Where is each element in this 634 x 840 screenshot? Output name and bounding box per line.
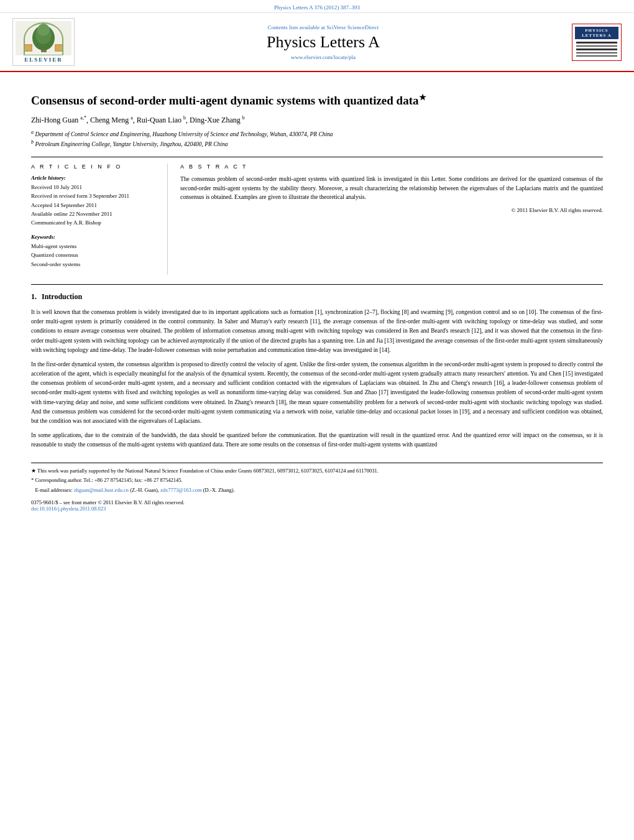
footer-doi: doi:10.1016/j.physleta.2011.08.023 (31, 505, 603, 512)
history-communicated: Communicated by A.R. Bishop (31, 218, 158, 227)
intro-number: 1. (31, 292, 37, 301)
abstract-header: A B S T R A C T (180, 164, 603, 170)
keywords-title: Keywords: (31, 234, 158, 240)
history-revised: Received in revised form 3 September 201… (31, 192, 158, 200)
authors: Zhi-Hong Guan a,*, Cheng Meng a, Rui-Qua… (31, 115, 603, 125)
svg-point-3 (37, 24, 50, 36)
footnote-asterisk-symbol: * (31, 477, 34, 483)
elsevier-logo-image (16, 21, 71, 55)
pla-line-3 (576, 48, 617, 50)
svg-rect-5 (25, 45, 31, 50)
history-accepted: Accepted 14 September 2011 (31, 201, 158, 210)
pla-line-2 (576, 45, 617, 47)
introduction-title: 1. Introduction (31, 292, 603, 302)
pla-title: PHYSICS LETTERS A (575, 27, 618, 39)
pla-lines (575, 40, 618, 58)
svg-rect-4 (24, 44, 32, 52)
elsevier-logo: ELSEVIER (12, 18, 75, 66)
affiliation-a: Department of Control Science and Engine… (35, 131, 333, 137)
main-content: Consensus of second-order multi-agent dy… (0, 72, 634, 524)
keyword-3: Second-order systems (31, 260, 158, 269)
email-link-2[interactable]: zdx7773@163.com (160, 487, 202, 493)
svg-point-2 (35, 25, 52, 44)
pla-line-5 (576, 55, 617, 57)
abstract-text: The consensus problem of second-order mu… (180, 175, 603, 202)
article-history: Article history: Received 10 July 2011 R… (31, 175, 158, 228)
keyword-1: Multi-agent systems (31, 242, 158, 251)
contents-text: Contents lists available at (268, 24, 325, 30)
doi-link[interactable]: doi:10.1016/j.physleta.2011.08.023 (31, 505, 106, 512)
intro-paragraph-2: In the first-order dynamical system, the… (31, 360, 603, 426)
journal-url[interactable]: www.elsevier.com/locate/pla (81, 54, 566, 60)
footnote-star-symbol: ★ (31, 468, 36, 474)
elsevier-text: ELSEVIER (24, 57, 63, 63)
svg-point-1 (32, 25, 55, 50)
article-sections: A R T I C L E I N F O Article history: R… (31, 157, 603, 275)
journal-header: ELSEVIER Contents lists available at Sci… (0, 13, 634, 72)
section-divider (31, 284, 603, 285)
svg-rect-7 (56, 45, 62, 50)
page-footer: 0375-9601/$ – see front matter © 2011 El… (31, 499, 603, 512)
affiliations: a Department of Control Science and Engi… (31, 129, 603, 149)
email-link-1[interactable]: zhguan@mail.hust.edu.cn (74, 487, 129, 493)
history-received: Received 10 July 2011 (31, 183, 158, 192)
pla-line-4 (576, 52, 617, 53)
paper-title-text: Consensus of second-order multi-agent dy… (31, 94, 419, 107)
history-online: Available online 22 November 2011 (31, 210, 158, 218)
footnote-star: ★ This work was partially supported by t… (31, 467, 603, 475)
top-bar: Physics Letters A 376 (2012) 387–393 (0, 0, 634, 13)
contents-line: Contents lists available at SciVerse Sci… (81, 24, 566, 30)
affiliation-b: Petroleum Engineering College, Yangtze U… (35, 142, 227, 148)
pla-line-1 (576, 42, 617, 44)
journal-logo-right: PHYSICS LETTERS A (572, 24, 622, 61)
intro-paragraph-3: In some applications, due to the constra… (31, 431, 603, 450)
footnote-corresponding: * Corresponding author. Tel.: +86 27 875… (31, 476, 603, 484)
title-star: ★ (419, 93, 426, 102)
journal-name: Physics Letters A (81, 33, 566, 52)
keyword-2: Quantized consensus (31, 251, 158, 259)
intro-heading: Introduction (42, 292, 82, 301)
abstract-section: A B S T R A C T The consensus problem of… (180, 164, 603, 275)
journal-citation-link[interactable]: Physics Letters A 376 (2012) 387–393 (274, 4, 360, 11)
footnote-email: E-mail addresses: zhguan@mail.hust.edu.c… (31, 486, 603, 494)
article-info: A R T I C L E I N F O Article history: R… (31, 164, 168, 275)
article-info-header: A R T I C L E I N F O (31, 164, 158, 170)
history-title: Article history: (31, 175, 158, 181)
svg-rect-0 (41, 41, 47, 52)
footer-issn: 0375-9601/$ – see front matter © 2011 El… (31, 499, 603, 505)
intro-paragraph-1: It is well known that the consensus prob… (31, 308, 603, 355)
footnotes: ★ This work was partially supported by t… (31, 463, 603, 494)
keywords-group: Keywords: Multi-agent systems Quantized … (31, 234, 158, 269)
copyright: © 2011 Elsevier B.V. All rights reserved… (180, 207, 603, 213)
journal-center: Contents lists available at SciVerse Sci… (81, 24, 566, 60)
paper-title: Consensus of second-order multi-agent dy… (31, 93, 603, 109)
svg-rect-6 (55, 44, 63, 52)
sciverse-link[interactable]: SciVerse ScienceDirect (326, 24, 379, 30)
